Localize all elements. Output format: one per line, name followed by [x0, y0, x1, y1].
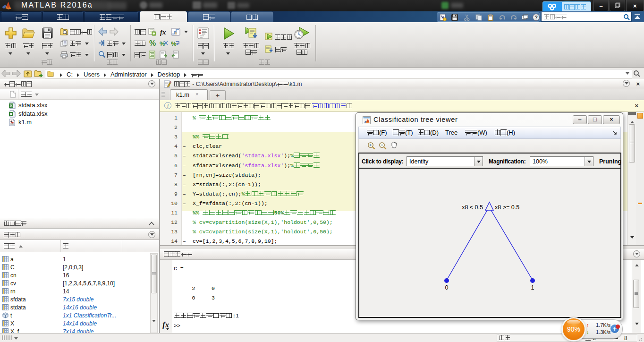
svg-text:%: %	[171, 40, 177, 47]
svg-text:0: 0	[445, 284, 449, 291]
svg-text:x8 >= 0.5: x8 >= 0.5	[495, 204, 519, 211]
svg-text:x8 < 0.5: x8 < 0.5	[462, 204, 483, 211]
svg-text:fi: fi	[175, 31, 177, 35]
svg-text:1: 1	[531, 284, 534, 291]
svg-text:%: %	[149, 39, 156, 47]
